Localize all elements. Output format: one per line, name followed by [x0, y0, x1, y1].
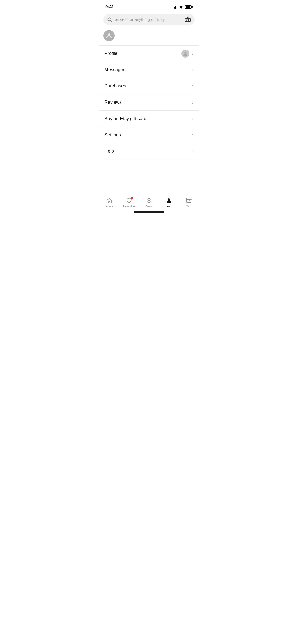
profile-avatar-small: [181, 50, 189, 58]
svg-point-7: [168, 198, 170, 201]
menu-item-gift-card-label: Buy an Etsy gift card: [104, 116, 146, 121]
status-icons: [173, 5, 193, 9]
camera-icon[interactable]: [185, 17, 191, 22]
favourites-notification-dot: [131, 197, 133, 199]
search-container: Search for anything on Etsy: [99, 12, 199, 28]
battery-icon: [185, 5, 193, 9]
menu-item-settings[interactable]: Settings ›: [99, 127, 199, 143]
tab-home-label: Home: [105, 205, 113, 208]
purchases-chevron-icon: ›: [192, 83, 194, 89]
menu-item-messages-label: Messages: [104, 67, 125, 72]
tab-favourites[interactable]: Favourites: [119, 198, 139, 208]
tab-cart-label: Cart: [186, 205, 192, 208]
avatar: [103, 30, 115, 41]
svg-point-5: [184, 52, 186, 54]
profile-person-icon: [183, 51, 188, 56]
tab-favourites-label: Favourites: [123, 205, 136, 208]
menu-item-profile-label: Profile: [104, 51, 117, 56]
menu-item-gift-card[interactable]: Buy an Etsy gift card ›: [99, 111, 199, 127]
settings-chevron-icon: ›: [192, 132, 194, 138]
status-bar: 9:41: [99, 0, 199, 12]
menu-item-messages[interactable]: Messages ›: [99, 62, 199, 78]
menu-item-reviews-label: Reviews: [104, 100, 122, 105]
search-input[interactable]: Search for anything on Etsy: [115, 17, 182, 22]
status-time: 9:41: [105, 4, 114, 9]
svg-point-4: [108, 33, 110, 36]
home-icon: [106, 198, 112, 204]
avatar-container: [99, 28, 199, 45]
signal-icon: [173, 5, 177, 9]
tab-you[interactable]: You: [159, 198, 179, 208]
messages-chevron-icon: ›: [192, 67, 194, 72]
svg-point-3: [187, 19, 189, 21]
you-icon: [166, 198, 172, 204]
svg-point-6: [148, 200, 150, 201]
tab-you-label: You: [167, 205, 171, 208]
tab-deals[interactable]: Deals: [139, 198, 159, 208]
menu-item-settings-label: Settings: [104, 132, 121, 138]
profile-chevron-icon: ›: [192, 51, 194, 56]
menu-item-help[interactable]: Help ›: [99, 143, 199, 159]
tab-cart[interactable]: Cart: [179, 198, 199, 208]
search-bar[interactable]: Search for anything on Etsy: [103, 14, 195, 25]
menu-item-reviews[interactable]: Reviews ›: [99, 94, 199, 111]
tab-home[interactable]: Home: [99, 198, 119, 208]
menu-item-purchases[interactable]: Purchases ›: [99, 78, 199, 94]
search-icon: [107, 17, 112, 22]
gift-card-chevron-icon: ›: [192, 116, 194, 121]
cart-icon: [186, 198, 192, 204]
deals-icon: [146, 198, 152, 204]
svg-line-1: [111, 20, 112, 22]
home-indicator: [134, 211, 164, 213]
menu-item-purchases-label: Purchases: [104, 83, 126, 89]
menu-item-help-label: Help: [104, 149, 114, 154]
help-chevron-icon: ›: [192, 149, 194, 154]
wifi-icon: [179, 5, 183, 9]
menu-list: Profile › Messages › Purchases ›: [99, 46, 199, 159]
menu-item-profile[interactable]: Profile ›: [99, 46, 199, 62]
reviews-chevron-icon: ›: [192, 100, 194, 105]
tab-deals-label: Deals: [145, 205, 153, 208]
favourites-icon: [126, 198, 132, 204]
person-icon: [106, 32, 112, 39]
